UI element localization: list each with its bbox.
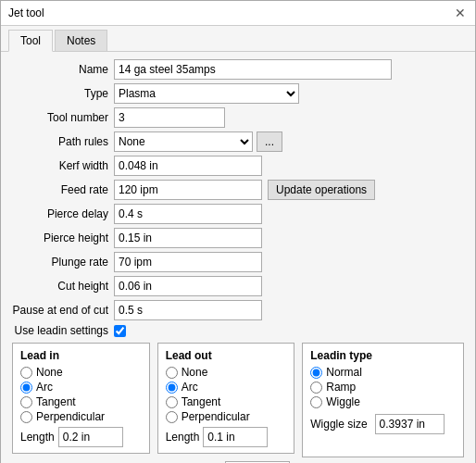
pierce-delay-row: Pierce delay	[12, 204, 464, 224]
tool-number-label: Tool number	[12, 111, 114, 124]
tab-notes[interactable]: Notes	[55, 30, 107, 51]
leadin-type-ramp-row: Ramp	[310, 381, 456, 394]
pierce-height-input[interactable]	[114, 228, 262, 248]
plunge-rate-label: Plunge rate	[12, 256, 114, 269]
cut-height-row: Cut height	[12, 276, 464, 296]
lead-out-perp-row: Perpendicular	[166, 410, 287, 423]
kerf-width-label: Kerf width	[12, 159, 114, 172]
leadin-type-title: Leadin type	[310, 349, 456, 362]
jet-tool-window: Jet tool ✕ Tool Notes Name Type Plasma W…	[0, 0, 476, 463]
pause-label: Pause at end of cut	[12, 304, 114, 317]
lead-out-title: Lead out	[166, 349, 287, 362]
window-title: Jet tool	[8, 6, 44, 19]
lead-out-section: Lead out None Arc Tangent Perpendicular	[157, 343, 295, 454]
form-content: Name Type Plasma Waterjet Laser Tool num…	[1, 52, 475, 463]
path-rules-controls: None ...	[114, 131, 282, 152]
pause-input[interactable]	[114, 300, 262, 320]
plunge-rate-input[interactable]	[114, 252, 262, 272]
lead-out-length-row: Length	[166, 427, 287, 447]
lead-in-tangent-label: Tangent	[36, 395, 76, 408]
plunge-rate-row: Plunge rate	[12, 252, 464, 272]
feed-rate-row: Feed rate Update operations	[12, 180, 464, 200]
wiggle-size-input[interactable]	[375, 414, 445, 434]
cut-height-input[interactable]	[114, 276, 262, 296]
leadin-type-wiggle-radio[interactable]	[310, 396, 322, 408]
pierce-height-row: Pierce height	[12, 228, 464, 248]
name-label: Name	[12, 63, 114, 76]
close-button[interactable]: ✕	[453, 6, 468, 19]
lead-out-length-label: Length	[166, 431, 200, 444]
type-row: Type Plasma Waterjet Laser	[12, 83, 464, 104]
pierce-height-label: Pierce height	[12, 232, 114, 244]
tool-number-row: Tool number	[12, 107, 464, 128]
lead-out-arc-row: Arc	[166, 381, 287, 394]
path-rules-dots-button[interactable]: ...	[257, 131, 282, 152]
name-row: Name	[12, 59, 464, 80]
lead-in-length-row: Length	[20, 427, 142, 447]
lead-out-perp-label: Perpendicular	[182, 410, 250, 423]
lead-out-tangent-label: Tangent	[182, 395, 221, 408]
leadin-type-ramp-radio[interactable]	[310, 382, 322, 394]
leadin-type-section: Leadin type Normal Ramp Wiggle Wiggle si…	[302, 343, 464, 457]
cut-height-label: Cut height	[12, 280, 114, 293]
lead-out-none-radio[interactable]	[166, 367, 178, 379]
type-label: Type	[12, 87, 114, 100]
leadin-type-wiggle-row: Wiggle	[310, 395, 456, 408]
lead-out-none-label: None	[182, 366, 208, 379]
lead-out-arc-radio[interactable]	[166, 382, 178, 394]
update-operations-button[interactable]: Update operations	[268, 180, 375, 200]
lead-in-arc-label: Arc	[36, 381, 53, 394]
feed-rate-label: Feed rate	[12, 183, 114, 196]
lead-out-none-row: None	[166, 366, 287, 379]
tab-bar: Tool Notes	[1, 26, 475, 52]
lead-in-none-label: None	[36, 366, 63, 379]
name-input[interactable]	[114, 59, 392, 80]
kerf-width-input[interactable]	[114, 156, 262, 176]
tab-tool[interactable]: Tool	[8, 30, 53, 52]
pierce-delay-label: Pierce delay	[12, 207, 114, 220]
leadin-type-normal-row: Normal	[310, 366, 456, 379]
path-rules-label: Path rules	[12, 135, 114, 148]
lead-out-perp-radio[interactable]	[166, 411, 178, 423]
kerf-width-row: Kerf width	[12, 156, 464, 176]
wiggle-size-label: Wiggle size	[310, 418, 367, 431]
leadin-type-wiggle-label: Wiggle	[326, 395, 360, 408]
lead-in-tangent-row: Tangent	[20, 395, 142, 408]
lead-in-perp-label: Perpendicular	[36, 410, 105, 423]
lead-in-perp-row: Perpendicular	[20, 410, 142, 423]
use-leadin-checkbox[interactable]	[114, 325, 126, 337]
path-rules-row: Path rules None ...	[12, 131, 464, 152]
leadin-type-ramp-label: Ramp	[326, 381, 356, 394]
lead-in-none-radio[interactable]	[20, 367, 32, 379]
lead-out-length-input[interactable]	[203, 427, 268, 447]
path-rules-select[interactable]: None	[114, 131, 253, 152]
type-select[interactable]: Plasma Waterjet Laser	[114, 83, 299, 104]
pierce-delay-input[interactable]	[114, 204, 262, 224]
pause-row: Pause at end of cut	[12, 300, 464, 320]
lead-out-arc-label: Arc	[182, 381, 198, 394]
title-bar: Jet tool ✕	[1, 1, 475, 26]
tool-number-input[interactable]	[114, 107, 225, 128]
lead-in-none-row: None	[20, 366, 142, 379]
lead-in-length-input[interactable]	[58, 427, 123, 447]
leadin-type-normal-radio[interactable]	[310, 367, 322, 379]
use-leadin-row: Use leadin settings	[12, 324, 464, 337]
wiggle-size-row: Wiggle size	[310, 414, 456, 434]
lead-out-tangent-radio[interactable]	[166, 396, 178, 408]
lead-in-tangent-radio[interactable]	[20, 396, 32, 408]
lead-in-perp-radio[interactable]	[20, 411, 32, 423]
lead-out-tangent-row: Tangent	[166, 395, 287, 408]
feed-rate-controls: Update operations	[114, 180, 375, 200]
lead-in-title: Lead in	[20, 349, 142, 362]
lead-in-arc-row: Arc	[20, 381, 142, 394]
lead-in-arc-radio[interactable]	[20, 382, 32, 394]
lead-in-section: Lead in None Arc Tangent Perpendicular	[12, 343, 150, 454]
feed-rate-input[interactable]	[114, 180, 262, 200]
leadin-area: Lead in None Arc Tangent Perpendicular	[12, 343, 464, 457]
use-leadin-label: Use leadin settings	[12, 324, 114, 337]
leadin-type-normal-label: Normal	[326, 366, 362, 379]
lead-in-length-label: Length	[20, 431, 55, 444]
